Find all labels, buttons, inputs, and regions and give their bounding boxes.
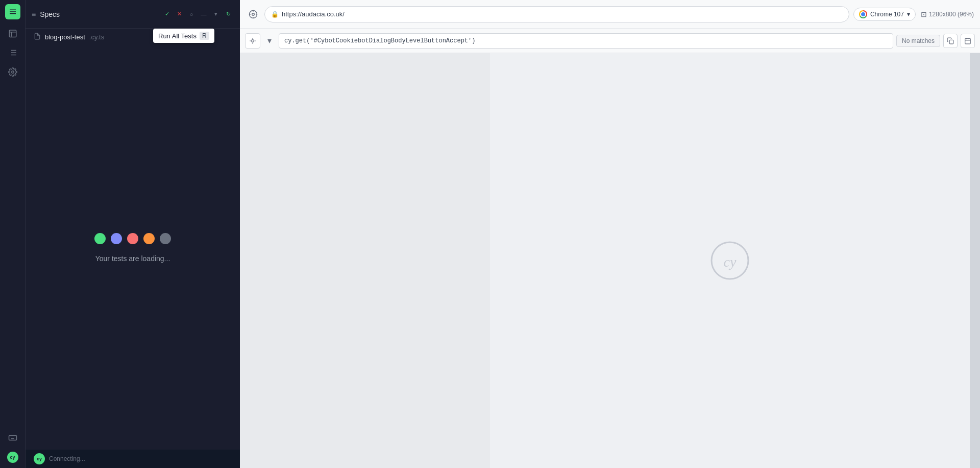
run-all-tests-tooltip: Run All Tests R: [153, 29, 214, 43]
specs-icon: ≡: [32, 10, 36, 18]
svg-rect-19: [965, 38, 971, 44]
copy-selector-button[interactable]: [943, 34, 958, 48]
viewport-icon: ⊡: [921, 10, 927, 18]
no-matches-badge: No matches: [896, 35, 940, 47]
dot-gray: [160, 233, 171, 244]
dot-green: [94, 233, 106, 244]
viewport-badge: ⊡ 1280x800 (96%): [921, 10, 974, 18]
lock-icon: 🔒: [271, 11, 279, 18]
svg-text:cy: cy: [724, 254, 737, 270]
refresh-button[interactable]: ↻: [223, 9, 234, 20]
selector-input[interactable]: [279, 33, 893, 49]
url-bar[interactable]: 🔒 https://audacia.co.uk/: [264, 6, 849, 22]
top-bar-controls: ✓ ✕ ○ — ▾ ↻: [161, 9, 234, 20]
chrome-badge[interactable]: Chrome 107 ▾: [853, 8, 916, 21]
sidebar: cy: [0, 0, 26, 468]
left-panel: ≡ Specs ✓ ✕ ○ — ▾ ↻ Run All Tests R blog…: [26, 0, 240, 468]
cypress-status-logo: cy: [7, 452, 18, 463]
browser-toolbar: 🔒 https://audacia.co.uk/ Chrome 107 ▾ ⊡ …: [240, 0, 980, 29]
calendar-button[interactable]: [961, 34, 975, 48]
loading-text: Your tests are loading...: [95, 254, 170, 263]
svg-point-17: [252, 39, 254, 42]
dot-orange: [143, 233, 155, 244]
browser-main: cy: [490, 53, 970, 468]
loading-area: Your tests are loading...: [26, 45, 240, 450]
chrome-chevron: ▾: [907, 11, 910, 18]
tooltip-shortcut: R: [200, 32, 209, 40]
stop-button[interactable]: ✕: [174, 9, 185, 20]
file-name: blog-post-test: [45, 33, 85, 41]
dash-button[interactable]: —: [198, 9, 209, 20]
sidebar-item-commands[interactable]: [5, 45, 20, 60]
right-panel: 🔒 https://audacia.co.uk/ Chrome 107 ▾ ⊡ …: [240, 0, 980, 468]
check-button[interactable]: ✓: [161, 9, 173, 20]
svg-rect-10: [9, 436, 16, 440]
url-text: https://audacia.co.uk/: [282, 10, 843, 18]
tooltip-label: Run All Tests: [158, 32, 197, 40]
browser-info: Chrome 107 ▾ ⊡ 1280x800 (96%): [853, 8, 974, 21]
chevron-button[interactable]: ▾: [210, 9, 222, 20]
cy-logo-small: cy: [34, 453, 45, 464]
browser-left-gutter: [240, 53, 490, 468]
chrome-label: Chrome 107: [870, 11, 904, 18]
svg-point-9: [11, 71, 14, 74]
selector-target-button[interactable]: [245, 33, 260, 49]
svg-rect-0: [9, 30, 16, 37]
dot-red: [127, 233, 138, 244]
selector-dropdown-chevron[interactable]: ▾: [263, 33, 276, 49]
specs-title: Specs: [40, 10, 157, 18]
loading-dots: [94, 233, 171, 244]
target-icon[interactable]: [246, 7, 260, 21]
svg-point-12: [252, 13, 255, 15]
svg-rect-18: [949, 40, 953, 44]
keyboard-shortcuts-icon[interactable]: [5, 430, 20, 446]
cypress-logo: [5, 4, 20, 19]
browser-content: cy: [240, 53, 980, 468]
dot-blue: [111, 233, 122, 244]
circle-button[interactable]: ○: [186, 9, 197, 20]
selector-bar: ▾ No matches: [240, 29, 980, 53]
cy-watermark: cy: [709, 240, 750, 281]
status-bar: cy Connecting...: [26, 450, 240, 468]
sidebar-item-runs[interactable]: [5, 26, 20, 41]
status-text: Connecting...: [49, 455, 85, 462]
chrome-icon: [859, 10, 867, 18]
file-extension: .cy.ts: [89, 33, 104, 41]
file-icon: [34, 33, 41, 41]
top-bar: ≡ Specs ✓ ✕ ○ — ▾ ↻ Run All Tests R: [26, 0, 240, 29]
browser-right-gutter: [970, 53, 980, 468]
sidebar-item-settings[interactable]: [5, 64, 20, 80]
viewport-label: 1280x800 (96%): [929, 11, 974, 18]
